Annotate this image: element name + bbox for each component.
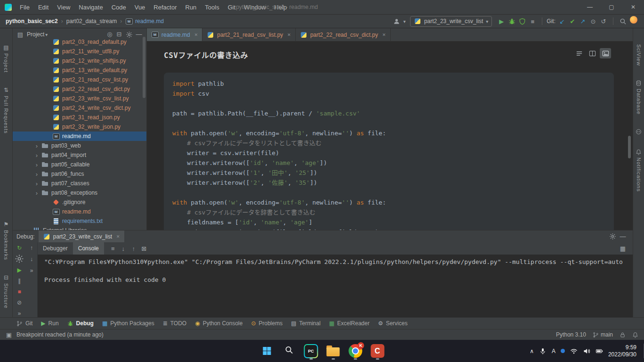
step-up-button[interactable]: ↑ [27,244,36,252]
git-branch-widget[interactable]: main [593,331,613,338]
tree-item-requirements.txt[interactable]: requirements.txt [13,216,146,226]
battery-icon[interactable] [596,347,603,355]
menu-edit[interactable]: Edit [34,0,53,14]
clear-console-button[interactable]: ⊠ [139,243,149,254]
tool-stripe-button-database[interactable]: Database [636,80,642,115]
tree-item-part2_32_write_json.py[interactable]: part2_32_write_json.py [13,122,146,132]
maximize-icon[interactable]: ▢ [601,0,622,14]
tool-stripe-button-sciview[interactable]: SciView [636,44,642,66]
breadcrumb-item[interactable]: part02_data_stream [65,18,118,25]
account-avatar[interactable] [630,16,637,24]
tree-item-part2_23_write_csv_list.py[interactable]: part2_23_write_csv_list.py [13,94,146,103]
toolwindow-button-todo[interactable]: ≣TODO [159,318,191,329]
split-view-button[interactable] [587,48,598,58]
search-everywhere-button[interactable] [618,16,628,26]
search-button[interactable] [280,342,298,361]
toolwindow-button-problems[interactable]: ⊙Problems [247,318,287,329]
tool-stripe-button-project[interactable]: ▤Project [3,44,9,73]
more-button[interactable]: » [27,266,36,275]
chrome-app[interactable]: K [346,342,365,361]
editor-scrollbar[interactable] [628,136,631,158]
toolwindow-button-python-packages[interactable]: ▦Python Packages [98,318,159,329]
update-project-button[interactable]: ↙ [557,16,567,26]
tree-item-.gitignore[interactable]: .gitignore [13,197,146,207]
taskbar-clock[interactable]: 9:59 2022/09/30 [608,344,636,358]
soft-wrap-button[interactable]: ≡ [108,243,118,254]
debug-layout-icon[interactable]: ▦ [618,243,633,254]
menu-refactor[interactable]: Refactor [149,0,181,14]
settings-gear-icon[interactable] [607,231,618,242]
notifications-bell-icon[interactable] [632,332,638,338]
tree-item-External Libraries[interactable]: ›External Libraries [13,226,146,230]
tree-item-readme.md[interactable]: readme.md [13,132,146,141]
push-button[interactable]: ↗ [578,16,588,26]
toolwindow-button-excelreader[interactable]: ▦ExcelReader [325,318,374,329]
menu-tools[interactable]: Tools [201,0,223,14]
menu-navigate[interactable]: Navigate [74,0,107,14]
menu-code[interactable]: Code [107,0,130,14]
breadcrumb-item[interactable]: readme.md [124,17,165,25]
debug-button[interactable] [507,16,517,26]
tree-item-part04_import[interactable]: ›part04_import [13,150,146,160]
step-down-button[interactable]: ↓ [27,255,36,263]
toolwindow-button-debug[interactable]: Debug [63,318,98,329]
c-app[interactable]: C [368,342,387,361]
project-panel-title[interactable]: Project [27,31,44,38]
close-icon[interactable]: ✕ [622,0,644,14]
tool-stripe-button-bookmarks[interactable]: ⚑Bookmarks [3,221,9,260]
mute-breakpoints-button[interactable]: ⊘ [15,298,24,306]
tree-item-part2_11_write_utf8.py[interactable]: part2_11_write_utf8.py [13,47,146,56]
pause-button[interactable]: ∥ [15,277,24,285]
more-options-button[interactable]: » [15,309,24,317]
debug-tab-console[interactable]: Console [73,242,104,255]
editor-tab-part2_21_read_csv_list.py[interactable]: part2_21_read_csv_list.py✕ [202,28,296,41]
tree-item-part08_exceptions[interactable]: ›part08_exceptions [13,188,146,197]
resume-button[interactable]: ▶ [15,266,24,274]
ime-indicator[interactable]: A [552,348,555,354]
minimize-icon[interactable]: — [579,0,601,14]
toolwindow-button-services[interactable]: ⚙Services [374,318,412,329]
start-button[interactable] [258,342,276,361]
menu-file[interactable]: File [16,0,34,14]
tree-item-part06_funcs[interactable]: ›part06_funcs [13,169,146,179]
tree-item-part2_03_read_default.py[interactable]: part2_03_read_default.py [13,37,146,47]
minimize-panel-icon[interactable]: — [618,231,628,242]
scroll-up-button[interactable]: ↑ [129,243,139,254]
menu-run[interactable]: Run [181,0,201,14]
close-icon[interactable]: ✕ [382,33,386,37]
tool-window-switcher-icon[interactable]: ▣ [6,329,12,340]
menu-view[interactable]: View [53,0,74,14]
tree-item-part2_24_write_csv_dict.py[interactable]: part2_24_write_csv_dict.py [13,103,146,113]
history-button[interactable]: ⊙ [588,16,598,26]
debug-settings-button[interactable] [15,255,24,263]
lock-icon[interactable] [620,332,626,338]
run-configuration-select[interactable]: part2_23_write_csv_list ▾ [410,16,492,27]
toolwindow-button-run[interactable]: ▶Run [37,318,63,329]
breadcrumb-item[interactable]: python_basic_sec2 [5,18,59,25]
python-interpreter-widget[interactable]: Python 3.10 [556,331,586,338]
show-preview-button[interactable] [600,48,611,58]
tree-item-part2_21_read_csv_list.py[interactable]: part2_21_read_csv_list.py [13,75,146,84]
scroll-down-button[interactable]: ↓ [118,243,129,254]
tool-stripe-button-github-copilot[interactable] [636,129,642,135]
volume-icon[interactable] [583,347,590,355]
commit-button[interactable]: ✔ [567,16,578,26]
tool-stripe-button-pull-requests[interactable]: ⇅Pull Requests [3,87,9,134]
wifi-icon[interactable] [570,347,578,355]
rollback-button[interactable]: ↺ [598,16,609,26]
debug-tab-debugger[interactable]: Debugger [38,242,73,255]
explorer-app[interactable] [324,342,343,361]
pycharm-app[interactable] [302,342,321,361]
show-editor-button[interactable] [573,48,585,58]
tree-item-part07_classes[interactable]: ›part07_classes [13,179,146,188]
tree-item-part2_13_write_default.py[interactable]: part2_13_write_default.py [13,66,146,75]
stop-button[interactable]: ■ [527,16,538,26]
tree-item-part05_callable[interactable]: ›part05_callable [13,160,146,169]
chevron-down-icon[interactable]: ▾ [45,32,48,37]
tree-item-part03_web[interactable]: ›part03_web [13,141,146,150]
stop-debug-button[interactable]: ■ [15,288,24,296]
tree-item-readme.md[interactable]: readme.md [13,207,146,216]
rerun-button[interactable]: ↻ [15,244,24,252]
editor-tab-readme.md[interactable]: readme.md✕ [147,28,202,41]
debug-session-tab[interactable]: part2_23_write_csv_list ✕ [39,230,124,242]
